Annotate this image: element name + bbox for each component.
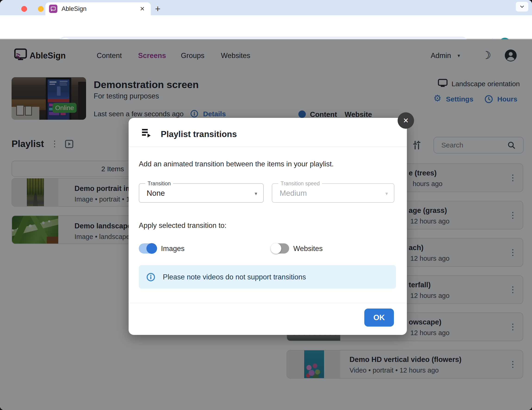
- close-dialog-button[interactable]: ✕: [398, 112, 414, 129]
- info-icon: [146, 273, 155, 282]
- dialog-divider: [129, 146, 407, 147]
- apply-to-label: Apply selected transition to:: [139, 221, 227, 230]
- toggle-thumb: [146, 243, 157, 254]
- browser-tab[interactable]: AbleSign ✕: [45, 2, 151, 15]
- transition-speed-label: Transition speed: [278, 181, 322, 187]
- tab-search-button[interactable]: [516, 2, 528, 11]
- browser-window: AbleSign ✕ + app.ablesign.tv/screens/606…: [0, 0, 532, 410]
- playlist-transitions-dialog: Playlist transitions Add an animated tra…: [129, 118, 407, 335]
- websites-toggle-label: Websites: [293, 245, 323, 253]
- toggle-thumb: [271, 243, 281, 254]
- transition-select-label: Transition: [145, 181, 173, 187]
- transition-select[interactable]: Transition None ▾: [139, 183, 264, 203]
- new-tab-button[interactable]: +: [152, 3, 164, 15]
- playlist-transitions-icon: [141, 128, 152, 138]
- browser-toolbar: app.ablesign.tv/screens/606453 A: [0, 15, 532, 39]
- tab-title: AbleSign: [62, 5, 140, 12]
- websites-toggle[interactable]: [271, 243, 289, 254]
- info-alert: Please note videos do not support transi…: [139, 265, 396, 289]
- info-alert-text: Please note videos do not support transi…: [163, 273, 306, 281]
- transition-select-value: None: [147, 189, 165, 198]
- transition-speed-value: Medium: [280, 189, 307, 198]
- transition-speed-select[interactable]: Transition speed Medium ▾: [272, 183, 394, 203]
- site-favicon-icon: [49, 5, 57, 13]
- dialog-footer-divider: [129, 303, 407, 303]
- dialog-description: Add an animated transition between the i…: [139, 160, 334, 168]
- images-toggle[interactable]: [139, 243, 157, 254]
- traffic-light-close[interactable]: [21, 6, 27, 12]
- tab-strip: AbleSign ✕ +: [0, 0, 532, 15]
- chevron-down-icon: ▾: [255, 191, 257, 197]
- images-toggle-label: Images: [161, 245, 185, 253]
- chevron-down-icon: ▾: [385, 191, 388, 197]
- traffic-light-minimize[interactable]: [38, 6, 44, 12]
- tab-close-icon[interactable]: ✕: [140, 5, 145, 12]
- dialog-title: Playlist transitions: [161, 129, 237, 139]
- ok-button[interactable]: OK: [364, 309, 394, 327]
